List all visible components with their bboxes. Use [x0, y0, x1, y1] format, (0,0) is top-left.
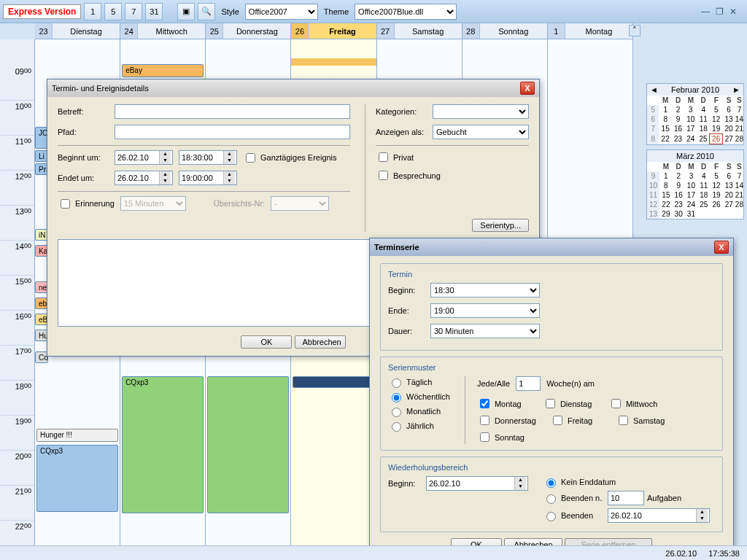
day-header[interactable]: 1Montag	[548, 23, 633, 39]
dialog-title: Terminserie	[374, 243, 419, 252]
time-label: 1800	[0, 381, 34, 416]
jede-input[interactable]	[516, 376, 541, 391]
close-icon[interactable]: ✕	[729, 7, 737, 17]
serientyp-button[interactable]: Serientyp...	[472, 219, 529, 232]
day-header-active[interactable]: 26Freitag	[291, 23, 376, 39]
erinnerung-checkbox[interactable]	[61, 199, 70, 209]
privat-checkbox[interactable]	[379, 152, 388, 162]
cal-next-icon[interactable]: ►	[732, 85, 740, 94]
mini-calendar-mar: März 2010 MDMDFSS 91234567 1089101112131…	[646, 149, 744, 219]
day-header[interactable]: 25Donnerstag	[206, 23, 291, 39]
event-green[interactable]	[207, 376, 289, 513]
beginnt-label: Beginnt um:	[58, 153, 109, 162]
ok-button[interactable]: OK	[241, 335, 292, 349]
view-7day-button[interactable]: 7	[125, 3, 142, 20]
kein-ende-radio[interactable]	[546, 478, 556, 488]
status-date: 26.02.10	[665, 549, 697, 558]
ganztag-checkbox[interactable]	[246, 153, 255, 163]
mini-calendar-feb: ◄Februar 2010► MDMDFSS 51234567 68910111…	[646, 83, 744, 145]
end-time-input[interactable]: ▲▼	[179, 171, 237, 185]
di-checkbox[interactable]	[546, 399, 555, 408]
main-toolbar: Express Version 1 5 7 31 ▣ 🔍 Style Offic…	[0, 0, 747, 23]
day-header[interactable]: 24Mittwoch	[120, 23, 206, 39]
sidebar: ◄Februar 2010► MDMDFSS 51234567 68910111…	[646, 83, 744, 224]
status-bar: 26.02.10 17:35:38	[0, 545, 747, 560]
scroll-up-button[interactable]: ˄	[629, 25, 640, 36]
minimize-icon[interactable]: —	[701, 7, 710, 17]
day-header-row: 23Dienstag 24Mittwoch 25Donnerstag 26Fre…	[35, 23, 633, 39]
toolbar-icon-1[interactable]: ▣	[177, 3, 195, 20]
beenden-radio[interactable]	[546, 512, 556, 521]
day-header[interactable]: 27Samstag	[377, 23, 462, 39]
beenden-n-radio[interactable]	[546, 494, 556, 504]
beenden-n-input[interactable]	[608, 491, 644, 505]
express-version-badge: Express Version	[3, 4, 81, 19]
theme-label: Theme	[324, 7, 349, 16]
taeglich-radio[interactable]	[392, 378, 401, 388]
time-label: 1500	[0, 276, 34, 311]
maximize-icon[interactable]: ❐	[716, 7, 724, 17]
abbrechen-button[interactable]: Abbrechen	[295, 335, 346, 349]
jaehrlich-radio[interactable]	[392, 422, 401, 432]
besprechung-checkbox[interactable]	[379, 171, 388, 180]
view-31day-button[interactable]: 31	[145, 3, 163, 20]
cal-prev-icon[interactable]: ◄	[650, 85, 658, 94]
beenden-date-input[interactable]: ▲▼	[608, 508, 710, 523]
close-icon[interactable]: X	[714, 241, 729, 254]
status-time: 17:35:38	[708, 549, 740, 558]
kategorien-label: Kategorien:	[376, 107, 427, 116]
time-column: 0900 1000 1100 1200 1300 1400 1500 1600 …	[0, 39, 35, 560]
kategorien-select[interactable]	[433, 104, 529, 119]
cal-grid[interactable]: MDMDFSS 91234567 10891011121314 11151617…	[647, 162, 743, 219]
betreff-input[interactable]	[115, 104, 350, 119]
wb-beginn-input[interactable]: ▲▼	[426, 476, 528, 491]
anzeigen-label: Anzeigen als:	[376, 128, 427, 136]
time-label: 1900	[0, 416, 34, 451]
time-label: 2000	[0, 451, 34, 486]
dialog-title: Termin- und Ereignisdetails	[52, 84, 149, 93]
time-label: 1200	[0, 171, 34, 206]
event-cqxp3[interactable]: CQxp3	[36, 445, 118, 512]
so-checkbox[interactable]	[480, 432, 489, 442]
beginn-select[interactable]: 18:30	[430, 283, 540, 298]
serienmuster-legend: Serienmuster	[385, 363, 438, 372]
mo-checkbox[interactable]	[480, 399, 489, 408]
event-ebay[interactable]: eBay	[122, 64, 204, 77]
do-checkbox[interactable]	[480, 416, 489, 425]
pfad-input[interactable]	[115, 125, 350, 139]
betreff-label: Betreff:	[58, 107, 109, 116]
uebersicht-label: Übersichts-Nr:	[214, 199, 265, 208]
style-select[interactable]: Office2007	[245, 4, 318, 20]
termin-legend: Termin	[385, 270, 415, 279]
view-1day-button[interactable]: 1	[84, 3, 101, 20]
event-green[interactable]: CQxp3	[122, 376, 204, 513]
begin-date-input[interactable]: ▲▼	[115, 150, 173, 165]
close-icon[interactable]: X	[520, 82, 535, 95]
dauer-select[interactable]: 30 Minuten	[430, 324, 540, 338]
time-label: 1100	[0, 136, 34, 171]
begin-time-input[interactable]: ▲▼	[179, 150, 237, 165]
endet-label: Endet um:	[58, 174, 109, 182]
end-date-input[interactable]: ▲▼	[115, 171, 173, 185]
mi-checkbox[interactable]	[611, 399, 621, 408]
theme-select[interactable]: Office2007Blue.dll	[355, 4, 457, 20]
event-hunger[interactable]: Hunger !!!	[36, 429, 118, 442]
day-header[interactable]: 23Dienstag	[35, 23, 120, 39]
time-label: 1400	[0, 241, 34, 276]
day-header[interactable]: 28Sonntag	[462, 23, 548, 39]
sa-checkbox[interactable]	[619, 416, 628, 425]
time-label: 2100	[0, 486, 34, 521]
cal-title: Februar 2010	[658, 85, 732, 94]
fr-checkbox[interactable]	[553, 416, 562, 425]
event-darkblue[interactable]	[293, 376, 374, 388]
cal-title: März 2010	[650, 152, 740, 160]
monatlich-radio[interactable]	[392, 408, 401, 417]
toolbar-zoom-icon[interactable]: 🔍	[198, 3, 215, 20]
anzeigen-select[interactable]: Gebucht	[433, 125, 529, 139]
pfad-label: Pfad:	[58, 128, 109, 136]
view-5day-button[interactable]: 5	[104, 3, 122, 20]
ende-select[interactable]: 19:00	[430, 303, 540, 318]
erinnerung-select: 15 Minuten	[120, 196, 186, 211]
woechentlich-radio[interactable]	[392, 393, 401, 402]
cal-grid[interactable]: MDMDFSS 51234567 6891011121314 715161718…	[647, 96, 743, 144]
